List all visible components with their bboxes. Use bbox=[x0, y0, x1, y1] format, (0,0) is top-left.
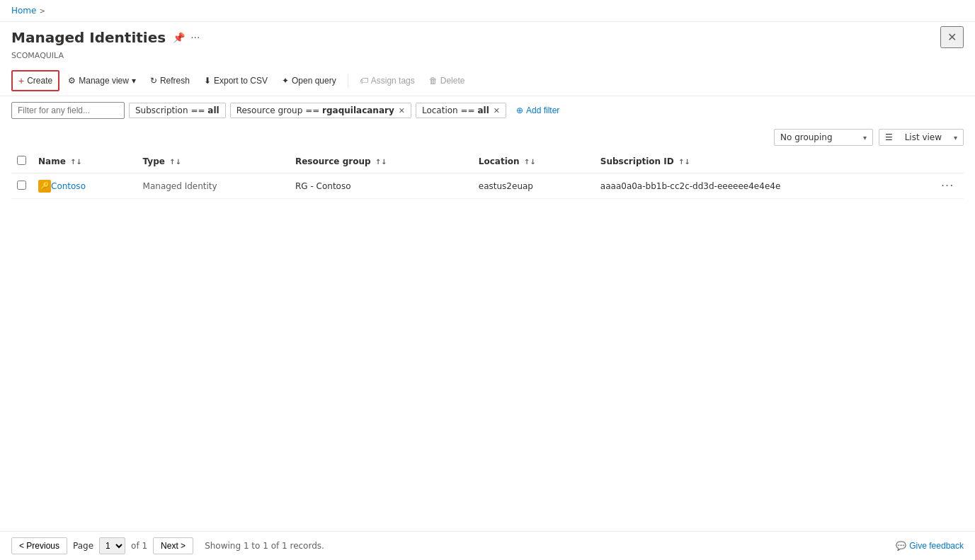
previous-button[interactable]: < Previous bbox=[11, 537, 67, 554]
col-sub-id-label: Subscription ID bbox=[600, 156, 674, 166]
title-row: Managed Identities 📌 ··· ✕ bbox=[0, 22, 975, 51]
more-options-icon[interactable]: ··· bbox=[190, 32, 200, 43]
col-sub-id-sort-icon: ↑↓ bbox=[678, 158, 690, 166]
filter-input[interactable] bbox=[11, 102, 125, 119]
view-controls: No grouping ▾ ☰ List view ▾ bbox=[0, 125, 975, 150]
next-button[interactable]: Next > bbox=[153, 537, 193, 554]
row-type-cell: Managed Identity bbox=[137, 173, 290, 199]
breadcrumb-home[interactable]: Home bbox=[11, 6, 36, 16]
list-view-icon: ☰ bbox=[885, 132, 893, 142]
open-query-button[interactable]: ✦ Open query bbox=[276, 72, 342, 89]
delete-button[interactable]: 🗑 Delete bbox=[423, 72, 471, 89]
col-header-location[interactable]: Location ↑↓ bbox=[473, 150, 595, 173]
filter-tag-resource-group-label: Resource group == rgaquilacanary bbox=[236, 105, 394, 115]
add-filter-label: Add filter bbox=[526, 105, 559, 115]
col-rg-label: Resource group bbox=[295, 156, 371, 166]
resource-name-link[interactable]: Contoso bbox=[51, 181, 86, 191]
row-sub-id-cell: aaaa0a0a-bb1b-cc2c-dd3d-eeeeee4e4e4e bbox=[595, 173, 935, 199]
row-checkbox[interactable] bbox=[17, 181, 26, 190]
page-title: Managed Identities bbox=[11, 29, 166, 46]
row-more-cell: ··· bbox=[935, 173, 964, 199]
col-header-actions bbox=[935, 150, 964, 173]
col-header-name[interactable]: Name ↑↓ bbox=[33, 150, 137, 173]
pin-icon[interactable]: 📌 bbox=[173, 32, 185, 43]
delete-icon: 🗑 bbox=[429, 76, 438, 86]
row-rg-cell: RG - Contoso bbox=[290, 173, 473, 199]
title-actions: 📌 ··· bbox=[173, 32, 200, 43]
refresh-label: Refresh bbox=[160, 76, 190, 86]
filter-tag-resource-group: Resource group == rgaquilacanary ✕ bbox=[230, 103, 411, 118]
feedback-button[interactable]: 💬 Give feedback bbox=[896, 541, 964, 551]
identities-table: Name ↑↓ Type ↑↓ Resource group ↑↓ Locati… bbox=[11, 150, 964, 199]
table-container: Name ↑↓ Type ↑↓ Resource group ↑↓ Locati… bbox=[0, 150, 975, 199]
row-name-cell: 🔑 Contoso bbox=[33, 173, 137, 199]
breadcrumb: Home > bbox=[11, 6, 45, 16]
manage-view-button[interactable]: ⚙ Manage view ▾ bbox=[62, 72, 142, 89]
add-filter-button[interactable]: ⊕ Add filter bbox=[511, 103, 565, 118]
add-filter-icon: ⊕ bbox=[516, 105, 523, 115]
subtitle: SCOMAQUILA bbox=[0, 51, 975, 66]
page-number-select[interactable]: 1 bbox=[99, 537, 125, 554]
chevron-down-icon: ▾ bbox=[132, 76, 136, 86]
col-rg-sort-icon: ↑↓ bbox=[375, 158, 387, 166]
feedback-label: Give feedback bbox=[909, 541, 964, 551]
refresh-icon: ↻ bbox=[150, 76, 157, 86]
export-icon: ⬇ bbox=[204, 76, 211, 86]
col-type-label: Type bbox=[143, 156, 165, 166]
select-all-checkbox[interactable] bbox=[17, 156, 26, 165]
open-query-label: Open query bbox=[292, 76, 336, 86]
breadcrumb-separator: > bbox=[39, 7, 45, 15]
select-all-header[interactable] bbox=[11, 150, 33, 173]
filter-tag-location-close[interactable]: ✕ bbox=[494, 106, 500, 115]
filter-bar: Subscription == all Resource group == rg… bbox=[0, 96, 975, 125]
page-of-text: of 1 bbox=[131, 541, 147, 551]
col-header-type[interactable]: Type ↑↓ bbox=[137, 150, 290, 173]
col-header-subscription-id[interactable]: Subscription ID ↑↓ bbox=[595, 150, 935, 173]
close-button[interactable]: ✕ bbox=[940, 26, 964, 48]
col-name-sort-icon: ↑↓ bbox=[70, 158, 82, 166]
filter-tag-resource-group-close[interactable]: ✕ bbox=[399, 106, 405, 115]
refresh-button[interactable]: ↻ Refresh bbox=[144, 72, 195, 89]
grouping-label: No grouping bbox=[780, 132, 833, 142]
view-label: List view bbox=[905, 132, 942, 142]
view-chevron-icon: ▾ bbox=[954, 134, 957, 142]
tag-icon: 🏷 bbox=[360, 76, 368, 86]
assign-tags-label: Assign tags bbox=[371, 76, 415, 86]
toolbar-divider bbox=[348, 74, 348, 88]
toolbar: + Create ⚙ Manage view ▾ ↻ Refresh ⬇ Exp… bbox=[0, 66, 975, 96]
filter-tag-location: Location == all ✕ bbox=[416, 103, 506, 118]
col-location-label: Location bbox=[479, 156, 520, 166]
table-body: 🔑 Contoso Managed Identity RG - Contoso … bbox=[11, 173, 964, 199]
filter-tag-location-label: Location == all bbox=[422, 105, 489, 115]
grouping-select[interactable]: No grouping ▾ bbox=[774, 129, 873, 146]
assign-tags-button[interactable]: 🏷 Assign tags bbox=[354, 72, 421, 89]
manage-view-label: Manage view bbox=[79, 76, 129, 86]
filter-tag-subscription: Subscription == all bbox=[129, 103, 226, 118]
view-select[interactable]: ☰ List view ▾ bbox=[879, 129, 964, 146]
export-csv-label: Export to CSV bbox=[214, 76, 268, 86]
delete-label: Delete bbox=[440, 76, 465, 86]
table-header: Name ↑↓ Type ↑↓ Resource group ↑↓ Locati… bbox=[11, 150, 964, 173]
col-name-label: Name bbox=[38, 156, 66, 166]
row-checkbox-cell bbox=[11, 173, 33, 199]
showing-text: Showing 1 to 1 of 1 records. bbox=[205, 541, 324, 551]
plus-icon: + bbox=[18, 75, 24, 86]
feedback-icon: 💬 bbox=[896, 541, 906, 551]
resource-icon: 🔑 bbox=[38, 180, 51, 193]
create-button[interactable]: + Create bbox=[11, 70, 59, 91]
table-row: 🔑 Contoso Managed Identity RG - Contoso … bbox=[11, 173, 964, 199]
col-header-resource-group[interactable]: Resource group ↑↓ bbox=[290, 150, 473, 173]
breadcrumb-bar: Home > bbox=[0, 0, 975, 22]
row-location-cell: eastus2euap bbox=[473, 173, 595, 199]
footer: < Previous Page 1 of 1 Next > Showing 1 … bbox=[0, 531, 975, 560]
export-csv-button[interactable]: ⬇ Export to CSV bbox=[198, 72, 273, 89]
col-type-sort-icon: ↑↓ bbox=[169, 158, 181, 166]
create-label: Create bbox=[27, 76, 52, 86]
manage-view-icon: ⚙ bbox=[68, 76, 76, 86]
query-icon: ✦ bbox=[282, 76, 289, 86]
page-label: Page bbox=[73, 541, 93, 551]
filter-tag-subscription-label: Subscription == all bbox=[135, 105, 219, 115]
row-more-button[interactable]: ··· bbox=[941, 179, 954, 193]
grouping-chevron-icon: ▾ bbox=[863, 134, 867, 142]
col-location-sort-icon: ↑↓ bbox=[524, 158, 536, 166]
